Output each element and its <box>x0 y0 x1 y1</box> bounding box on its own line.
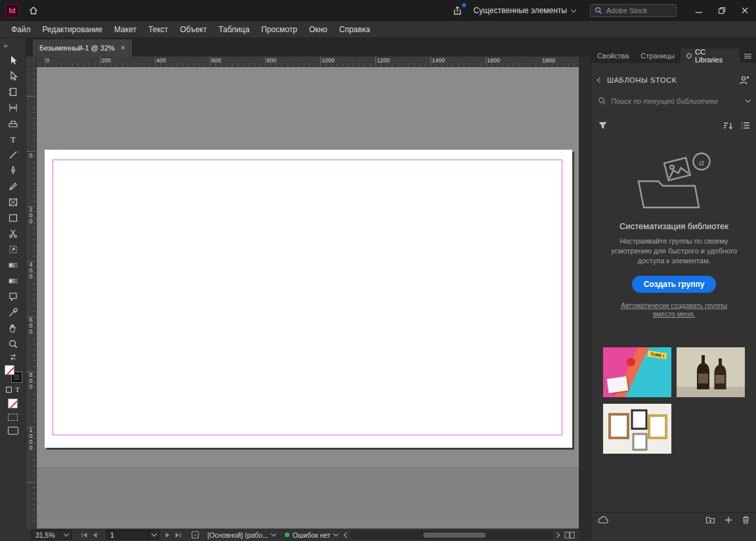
menu-type[interactable]: Текст <box>142 21 174 38</box>
menu-view[interactable]: Просмотр <box>255 21 303 38</box>
adobe-stock-search[interactable] <box>590 4 677 17</box>
ruler-label: 200 <box>28 206 33 224</box>
notification-dot <box>462 3 466 7</box>
home-button[interactable] <box>28 5 39 16</box>
pasteboard[interactable] <box>37 67 579 529</box>
adobe-stock-input[interactable] <box>606 7 672 14</box>
thumbnail-tag-label: TUNE I <box>647 351 667 359</box>
filter-icon[interactable] <box>598 121 608 130</box>
create-group-button[interactable]: Создать группу <box>632 276 717 293</box>
scroll-right-arrow[interactable] <box>555 532 560 537</box>
apply-gradient-button[interactable] <box>8 414 18 421</box>
panel-dock-strip <box>591 38 756 49</box>
cc-libraries-icon <box>686 53 692 58</box>
next-page-button[interactable] <box>162 530 173 540</box>
pasteboard-icon[interactable] <box>191 530 200 539</box>
horizontal-scrollbar[interactable] <box>350 531 553 539</box>
stock-thumbnail-frames[interactable] <box>603 404 671 454</box>
type-tool[interactable]: T <box>0 131 26 147</box>
formatting-affects-container-icon[interactable] <box>6 387 12 393</box>
fill-stroke-swatches[interactable] <box>5 365 22 382</box>
list-view-icon[interactable] <box>741 121 750 129</box>
first-page-button[interactable] <box>79 530 89 540</box>
formatting-affects-controls: T <box>6 383 20 395</box>
workspace-switcher[interactable]: Существенные элементы <box>473 6 576 15</box>
new-group-folder-icon[interactable] <box>705 515 715 524</box>
scrollbar-thumb[interactable] <box>423 532 486 538</box>
close-button[interactable] <box>733 0 756 21</box>
ruler-label: 400 <box>28 261 33 279</box>
horizontal-ruler[interactable]: 0 200 400 600 800 1000 1200 1400 1600 18… <box>37 56 579 67</box>
page-number-input[interactable] <box>106 530 150 540</box>
zoom-tool[interactable] <box>0 336 26 352</box>
tab-cc-libraries[interactable]: CC Libraries <box>681 49 740 63</box>
menu-window[interactable]: Окно <box>303 21 333 38</box>
fill-swatch-none[interactable] <box>5 365 14 375</box>
stock-thumbnail-bottles[interactable] <box>677 347 745 397</box>
menu-layout[interactable]: Макет <box>108 21 142 38</box>
gap-tool[interactable] <box>0 100 26 116</box>
free-transform-tool[interactable] <box>0 242 26 257</box>
menu-table[interactable]: Таблица <box>213 21 255 38</box>
menu-file[interactable]: Файл <box>5 21 37 38</box>
tab-pages[interactable]: Страницы <box>635 49 681 63</box>
panel-menu-button[interactable] <box>740 49 756 63</box>
auto-group-link[interactable]: Автоматически создавать группы вместо ме… <box>615 301 733 319</box>
document-page[interactable] <box>45 150 572 448</box>
add-item-plus-icon[interactable] <box>724 516 732 524</box>
apply-none-button[interactable] <box>8 399 18 408</box>
rectangle-frame-tool[interactable] <box>0 194 26 210</box>
share-button[interactable] <box>452 5 463 16</box>
scissors-tool[interactable] <box>0 226 26 242</box>
screen-mode-button[interactable] <box>8 427 18 435</box>
tab-close-icon[interactable]: × <box>121 44 125 52</box>
spread-view-icon[interactable] <box>564 531 575 539</box>
menu-object[interactable]: Объект <box>174 21 213 38</box>
stock-thumbnail-collage[interactable]: TUNE I <box>603 347 671 397</box>
document-tab[interactable]: Безымянный-1 @ 32% × <box>33 39 132 56</box>
page-number-dropdown[interactable] <box>150 530 159 540</box>
toolbar-expand-button[interactable]: » <box>0 38 26 53</box>
empty-state-illustration: a <box>591 150 756 212</box>
ruler-origin-corner[interactable] <box>26 56 37 67</box>
hand-tool[interactable] <box>0 320 26 336</box>
restore-button[interactable] <box>710 0 733 21</box>
menu-edit[interactable]: Редактирование <box>37 21 108 38</box>
note-tool[interactable] <box>0 289 26 305</box>
menu-bar: Файл Редактирование Макет Текст Объект Т… <box>0 21 756 38</box>
minimize-button[interactable] <box>687 0 710 21</box>
selection-tool[interactable] <box>0 53 26 68</box>
direct-selection-tool[interactable] <box>0 68 26 84</box>
ruler-label: 0 <box>46 57 49 64</box>
pencil-tool[interactable] <box>0 179 26 194</box>
formatting-affects-text-icon[interactable]: T <box>15 385 20 393</box>
gradient-feather-tool[interactable] <box>0 273 26 289</box>
empty-state-description: Настраивайте группы по своему усмотрению… <box>608 236 740 266</box>
gradient-swatch-tool[interactable] <box>0 257 26 273</box>
scroll-left-arrow[interactable] <box>343 532 348 537</box>
preflight-profile-combo[interactable]: [Основной] (рабо... <box>207 531 276 539</box>
menu-help[interactable]: Справка <box>333 21 376 38</box>
invite-person-icon[interactable] <box>738 75 750 85</box>
swap-fill-stroke-button[interactable] <box>0 352 26 362</box>
rectangle-tool[interactable] <box>0 210 26 226</box>
vertical-ruler[interactable]: 0 200 400 600 800 1000 <box>26 67 37 529</box>
chevron-down-icon[interactable] <box>746 97 751 102</box>
zoom-level-combo[interactable]: 31,5% <box>32 530 72 540</box>
back-chevron-icon[interactable] <box>597 77 602 83</box>
eyedropper-tool[interactable] <box>0 305 26 320</box>
prev-page-button[interactable] <box>89 530 100 540</box>
tab-properties[interactable]: Свойства <box>591 49 635 63</box>
close-icon <box>741 7 749 14</box>
library-search[interactable] <box>598 92 750 110</box>
line-tool[interactable] <box>0 147 26 163</box>
sync-cloud-icon[interactable] <box>598 516 609 524</box>
last-page-button[interactable] <box>173 530 183 540</box>
page-tool[interactable] <box>0 84 26 100</box>
pen-tool[interactable] <box>0 163 26 179</box>
preflight-status-combo[interactable]: Ошибок нет <box>285 531 338 539</box>
library-search-input[interactable] <box>611 97 742 105</box>
trash-icon[interactable] <box>742 515 750 524</box>
content-collector-tool[interactable] <box>0 116 26 131</box>
sort-icon[interactable] <box>723 121 733 130</box>
